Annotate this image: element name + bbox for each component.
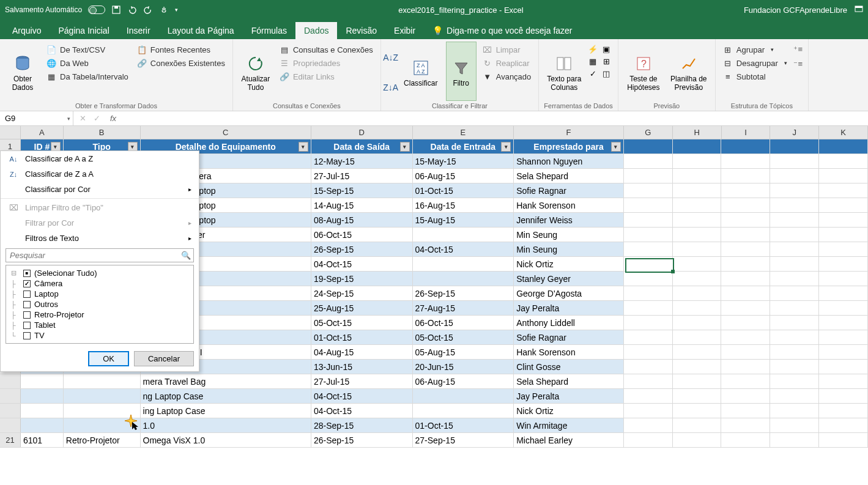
conexoes-existentes-button[interactable]: 🔗Conexões Existentes	[135, 57, 228, 68]
row-header-21[interactable]: 21	[0, 433, 21, 447]
name-box[interactable]: G9	[0, 111, 73, 125]
cell[interactable]: George D'Agosta	[514, 286, 624, 300]
cell[interactable]	[673, 257, 722, 271]
col-header-F[interactable]: F	[514, 126, 624, 139]
checkbox-icon[interactable]	[23, 332, 31, 339]
cell[interactable]	[673, 198, 722, 212]
texto-colunas-button[interactable]: Texto para Colunas	[544, 42, 584, 101]
tab-dados[interactable]: Dados	[295, 22, 337, 39]
ok-button[interactable]: OK	[88, 351, 129, 366]
cell[interactable]	[673, 418, 722, 432]
cell[interactable]: 04-Oct-15	[311, 257, 413, 271]
da-tabela-button[interactable]: ▦Da Tabela/Intervalo	[44, 71, 131, 82]
row-header[interactable]	[0, 389, 21, 403]
cell[interactable]: Sofie Ragnar	[514, 330, 624, 344]
cell[interactable]: 27-Jul-15	[311, 169, 413, 183]
filter-item-laptop[interactable]: ├Laptop	[9, 289, 191, 299]
cell[interactable]	[624, 154, 673, 168]
cell[interactable]: 27-Aug-15	[413, 301, 514, 315]
fontes-recentes-button[interactable]: 📋Fontes Recentes	[135, 44, 228, 55]
cell[interactable]	[673, 374, 722, 388]
limpar-button[interactable]: ⌧Limpar	[480, 44, 534, 55]
cell[interactable]: Michael Earley	[514, 433, 624, 447]
cell[interactable]	[770, 316, 819, 330]
cell[interactable]	[673, 139, 722, 154]
row-header[interactable]	[0, 374, 21, 388]
cell[interactable]: 06-Oct-15	[413, 316, 514, 330]
cell[interactable]: Sela Shepard	[514, 374, 624, 388]
cell[interactable]	[721, 272, 770, 286]
col-header-J[interactable]: J	[770, 126, 819, 139]
cell[interactable]	[624, 389, 673, 403]
col-header-B[interactable]: B	[64, 126, 141, 139]
cell[interactable]: Min Seung	[514, 228, 624, 242]
cell[interactable]	[721, 433, 770, 447]
data-model-icon[interactable]: ◫	[601, 68, 611, 78]
cell[interactable]: ing Laptop Case	[141, 404, 311, 418]
cell[interactable]: Anthony Liddell	[514, 316, 624, 330]
cell[interactable]	[624, 228, 673, 242]
cell[interactable]	[770, 154, 819, 168]
filter-item-outros[interactable]: ├Outros	[9, 299, 191, 309]
cell[interactable]	[819, 183, 868, 198]
cell[interactable]	[819, 389, 868, 403]
cell[interactable]	[721, 316, 770, 330]
col-header-I[interactable]: I	[722, 126, 771, 139]
cancel-formula-icon[interactable]: ✕	[80, 114, 86, 123]
cell[interactable]: 15-Sep-15	[311, 183, 413, 198]
cell[interactable]: ng Laptop Case	[141, 389, 311, 403]
col-header-K[interactable]: K	[819, 126, 868, 139]
cell[interactable]	[21, 418, 64, 432]
cell[interactable]	[819, 169, 868, 183]
cell[interactable]	[673, 272, 722, 286]
cell[interactable]	[721, 360, 770, 374]
enter-formula-icon[interactable]: ✓	[94, 114, 100, 123]
consultas-conexoes-button[interactable]: ▤Consultas e Conexões	[277, 44, 376, 55]
sort-by-color-item[interactable]: Classificar por Cor▸	[1, 182, 199, 197]
cell[interactable]	[819, 301, 868, 315]
cell[interactable]	[64, 418, 141, 432]
cell[interactable]: 26-Sep-15	[311, 433, 413, 447]
cell[interactable]: 24-Sep-15	[311, 286, 413, 300]
cell[interactable]: 20-Jun-15	[413, 360, 514, 374]
filter-item-tv[interactable]: └TV	[9, 330, 191, 341]
cell[interactable]	[770, 301, 819, 315]
cell[interactable]	[819, 404, 868, 418]
cell[interactable]: Nick Ortiz	[514, 404, 624, 418]
tab-inicio[interactable]: Página Inicial	[50, 22, 117, 39]
flash-fill-icon[interactable]: ⚡	[588, 44, 598, 54]
cell[interactable]	[413, 272, 514, 286]
cell[interactable]	[624, 374, 673, 388]
cell[interactable]	[624, 330, 673, 344]
col-header-E[interactable]: E	[413, 126, 514, 139]
cell[interactable]	[413, 228, 514, 242]
cell[interactable]	[673, 360, 722, 374]
cell[interactable]	[624, 286, 673, 300]
checkbox-icon[interactable]	[23, 270, 31, 277]
cell[interactable]: 05-Oct-15	[413, 330, 514, 344]
cell[interactable]: 06-Aug-15	[413, 374, 514, 388]
row-header[interactable]	[0, 404, 21, 418]
editar-links-button[interactable]: 🔗Editar Links	[277, 71, 376, 82]
cell[interactable]	[673, 183, 722, 198]
hide-detail-icon[interactable]: ⁻≡	[793, 59, 803, 68]
cell[interactable]	[673, 345, 722, 359]
cell[interactable]	[819, 374, 868, 388]
cell[interactable]	[721, 374, 770, 388]
avancado-button[interactable]: ▼Avançado	[480, 71, 534, 82]
cell[interactable]	[721, 404, 770, 418]
cell[interactable]: 19-Sep-15	[311, 272, 413, 286]
cell[interactable]	[413, 257, 514, 271]
cell[interactable]	[721, 183, 770, 198]
cell[interactable]	[624, 301, 673, 315]
planilha-previsao-button[interactable]: Planilha de Previsão	[667, 42, 710, 101]
cell[interactable]: 04-Oct-15	[311, 404, 413, 418]
filter-item-tablet[interactable]: ├Tablet	[9, 320, 191, 330]
cell[interactable]	[64, 404, 141, 418]
cell[interactable]	[673, 404, 722, 418]
cell[interactable]	[819, 360, 868, 374]
cell[interactable]	[770, 228, 819, 242]
cell[interactable]	[721, 242, 770, 256]
cell[interactable]: 15-May-15	[413, 154, 514, 168]
col-header-H[interactable]: H	[673, 126, 722, 139]
